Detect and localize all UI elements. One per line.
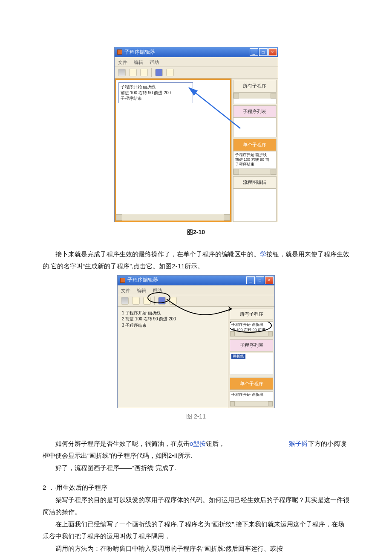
window-title: 子程序编辑器 xyxy=(124,47,155,57)
figure-2-11-window: 子程序编辑器 _ □ × 文件 编辑 帮助 1 子程序开始 画折 xyxy=(117,275,275,409)
code-line: 1 子程序开始 画折线 xyxy=(122,310,224,317)
paragraph: 接卜来就是完成子程序生效的最终操作了，在单个子程序的编靴区中的。学按钮，就是用来… xyxy=(43,248,349,273)
code-editor-area[interactable]: 1 子程序开始 画折线 2 前进 100 右转 90 前进 200 3 子程序结… xyxy=(118,307,228,408)
code-line: 3 子程序结束 xyxy=(122,323,224,329)
horizontal-scrollbar[interactable] xyxy=(116,214,230,221)
paragraph: 好了，流程图画子程序——“画折线”完成了. xyxy=(43,462,349,474)
panel-scrollbar[interactable] xyxy=(230,401,273,406)
all-subprograms-panel[interactable] xyxy=(233,92,277,104)
code-lines: 1 子程序开始 画折线 2 前进 100 右转 90 前进 200 3 子程序结… xyxy=(118,307,228,332)
code-line: 子程序结束 xyxy=(121,96,191,102)
panel-header-list: 子程序列表 xyxy=(230,339,273,352)
menu-help[interactable]: 帮助 xyxy=(150,60,159,65)
panel-header-all: 所有子程序 xyxy=(230,308,273,320)
panel-scrollbar[interactable] xyxy=(233,169,276,174)
menubar: 文件 编辑 帮助 xyxy=(118,285,274,295)
paragraph: 在上面我们已经编写了一个画折线的子程序.子程序名为“画折纹”,接下来我们就来运用… xyxy=(43,518,349,543)
link-text[interactable]: 猴子爵 xyxy=(289,440,308,447)
maximize-button[interactable]: □ xyxy=(256,276,264,284)
window-buttons: _ □ × xyxy=(250,48,277,56)
paste-icon[interactable] xyxy=(140,69,148,76)
panel-header-flow: 流程图编辑 xyxy=(233,176,277,189)
link-text[interactable]: 学 xyxy=(260,250,266,258)
maximize-button[interactable]: □ xyxy=(259,48,268,56)
window-titlebar: 子程序编辑器 _ □ × xyxy=(118,276,274,285)
side-panels: 所有子程序 子程序开始 画折线 进 100 右转 90 前进 子程序列表 画折线… xyxy=(228,307,274,408)
selected-subprogram[interactable]: 画折线 xyxy=(231,354,245,359)
close-button[interactable]: × xyxy=(268,48,277,56)
toolbar xyxy=(115,67,278,78)
code-box: 子程序开始 画折线 前进 100 右转 90 前进 200 子程序结束 xyxy=(118,82,193,103)
copy-icon[interactable] xyxy=(132,297,140,305)
menubar: 文件 编辑 帮助 xyxy=(115,57,278,67)
paragraph: 如何分辨子程序是否生效了呢，很简油，在点击o型按钮后，猴子爵下方的小阅读框中便会… xyxy=(43,438,349,462)
figure-caption: 图2-10 xyxy=(43,227,349,238)
panel-header-single: 单个子程序 xyxy=(230,378,273,390)
window-title: 子程序编辑器 xyxy=(127,275,158,285)
code-line: 2 前进 100 右转 90 前进 200 xyxy=(122,316,224,323)
toolbar-separator xyxy=(151,68,152,77)
app-icon xyxy=(117,49,122,55)
menu-edit[interactable]: 编辑 xyxy=(137,288,146,293)
run-icon[interactable] xyxy=(155,69,163,76)
paragraph: 桀写子程序的目的是可以双爱的享用子程序体的代码。如何运用己经生效后的子程序呢？其… xyxy=(43,494,349,518)
code-editor-area[interactable]: 子程序开始 画折线 前进 100 右转 90 前进 200 子程序结束 xyxy=(115,78,231,222)
heading-text: 2 ．·用生效后的子程序 xyxy=(43,484,107,491)
paragraph: 调用的方法为：在吩咐窗口中输入要调用的子程序名“画折践:然后回车运行、或按 xyxy=(43,543,349,555)
help-icon[interactable] xyxy=(166,69,174,76)
subprogram-list-panel[interactable]: 画折线 xyxy=(230,353,273,375)
minimize-button[interactable]: _ xyxy=(246,276,255,284)
cut-icon[interactable] xyxy=(118,69,126,76)
panel-header-all: 所有子程序 xyxy=(233,80,277,92)
menu-file[interactable]: 文件 xyxy=(118,60,127,65)
copy-icon[interactable] xyxy=(129,69,137,76)
toolbar xyxy=(118,295,274,307)
annotation-oval xyxy=(147,292,170,303)
single-subprogram-panel[interactable]: 子程序开始 画折线 xyxy=(230,391,273,407)
window-titlebar: 子程序编辑器 _ □ × xyxy=(115,47,278,57)
text: 如何分辨子程序是否生效了呢，很简油，在点击 xyxy=(55,440,190,447)
panel-scrollbar[interactable] xyxy=(233,93,276,99)
cut-icon[interactable] xyxy=(121,297,129,305)
flowchart-panel[interactable] xyxy=(233,189,277,222)
side-panels: 所有子程序 子程序列表 单个子程序 子程序开始 画折线 前进 100 右转 90… xyxy=(231,78,278,222)
panel-content: 子程序开始 画折线 xyxy=(231,392,263,397)
minimize-button[interactable]: _ xyxy=(250,48,258,56)
panel-header-list: 子程序列表 xyxy=(233,105,277,118)
text: 钮后， xyxy=(206,440,225,447)
window-buttons: _ □ × xyxy=(246,276,274,284)
panel-header-single: 单个子程序 xyxy=(233,139,277,151)
text: 接卜来就是完成子程序生效的最终操作了，在单个子程序的编靴区中的。 xyxy=(55,250,260,258)
section-heading: 2 ．·用生效后的子程序 xyxy=(43,482,349,494)
app-icon xyxy=(120,278,125,283)
figure-2-10-window: 子程序编辑器 _ □ × 文件 编辑 帮助 子程序开始 画折线 前进 1 xyxy=(114,47,278,222)
code-line: 前进 100 右转 90 前进 200 xyxy=(121,90,191,96)
link-text[interactable]: o型按 xyxy=(190,440,206,447)
code-line: 子程序开始 画折线 xyxy=(121,84,191,90)
figure-caption: 图 2-11 xyxy=(43,411,349,422)
single-subprogram-panel[interactable]: 子程序开始 画折线 前进 100 右转 90 前 子程序结束 xyxy=(233,151,277,175)
close-button[interactable]: × xyxy=(265,276,274,284)
all-subprograms-panel[interactable]: 子程序开始 画折线 进 100 右转 90 前进 xyxy=(230,321,273,337)
subprogram-list-panel[interactable] xyxy=(233,118,277,137)
menu-edit[interactable]: 编辑 xyxy=(134,60,143,65)
menu-file[interactable]: 文件 xyxy=(121,288,130,293)
